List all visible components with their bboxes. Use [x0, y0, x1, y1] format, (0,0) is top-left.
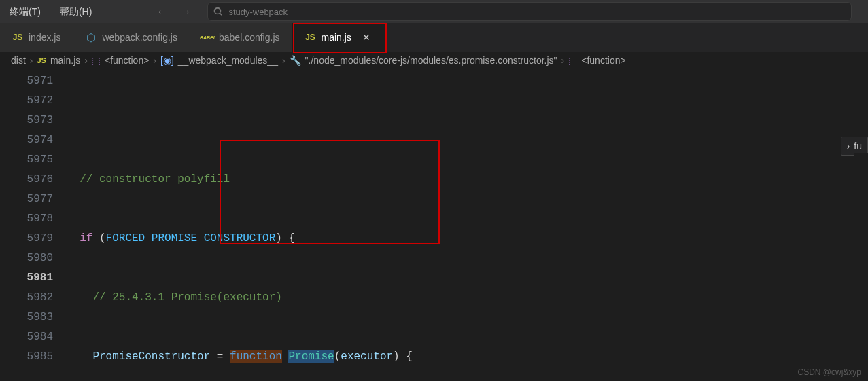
- nav-arrows: ← →: [156, 5, 191, 19]
- command-center-text: study-webpack: [228, 7, 288, 17]
- js-icon: JS: [12, 32, 23, 43]
- webpack-icon: ⬡: [86, 32, 97, 43]
- tab-main-js[interactable]: JS main.js ✕: [293, 23, 387, 52]
- chevron-right-icon: ›: [282, 55, 285, 66]
- crumb-symbol[interactable]: <function>: [581, 55, 625, 66]
- menu-terminal[interactable]: 终端(T): [0, 0, 50, 23]
- search-icon: [213, 7, 223, 16]
- menu-help[interactable]: 帮助(H): [50, 0, 101, 23]
- crumb-symbol[interactable]: "./node_modules/core-js/modules/es.promi…: [305, 55, 557, 66]
- babel-icon: BABEL: [203, 32, 213, 43]
- symbol-method-icon: 🔧: [290, 55, 301, 66]
- code-area[interactable]: // constructor polyfill if (FORCED_PROMI…: [67, 69, 868, 381]
- chevron-right-icon: ›: [561, 55, 565, 66]
- command-center[interactable]: study-webpack: [207, 2, 852, 21]
- minimap[interactable]: [854, 153, 868, 381]
- highlight-box: [293, 23, 387, 53]
- editor-tabs: JS index.js ⬡ webpack.config.js BABEL ba…: [0, 23, 868, 52]
- nav-back-icon[interactable]: ←: [156, 5, 168, 19]
- menu-help-label: 帮助: [60, 6, 79, 17]
- chevron-right-icon: ›: [84, 55, 88, 66]
- chevron-right-icon: ›: [847, 141, 850, 151]
- nav-forward-icon[interactable]: →: [179, 5, 191, 19]
- crumb-folder[interactable]: dist: [11, 55, 26, 66]
- tab-webpack-config[interactable]: ⬡ webpack.config.js: [73, 23, 190, 52]
- outline-peek-text: fu: [854, 141, 862, 151]
- watermark: CSDN @cwj&xyp: [797, 367, 861, 377]
- symbol-variable-icon: [◉]: [160, 55, 174, 66]
- tab-babel-config[interactable]: BABEL babel.config.js: [190, 23, 293, 52]
- symbol-function-icon: ⬚: [92, 55, 101, 66]
- title-bar: 终端(T) 帮助(H) ← → study-webpack: [0, 0, 868, 23]
- js-icon: JS: [37, 56, 46, 65]
- crumb-symbol[interactable]: __webpack_modules__: [178, 55, 278, 66]
- symbol-function-icon: ⬚: [568, 55, 577, 66]
- breadcrumb[interactable]: dist › JS main.js › ⬚ <function> › [◉] _…: [0, 52, 868, 69]
- editor[interactable]: 5971597259735974597559765977597859795980…: [0, 69, 868, 381]
- tab-label: webpack.config.js: [102, 32, 177, 43]
- line-gutter: 5971597259735974597559765977597859795980…: [0, 69, 67, 381]
- tab-label: index.js: [29, 32, 60, 43]
- menu-terminal-label: 终端: [10, 6, 29, 17]
- chevron-right-icon: ›: [153, 55, 156, 66]
- crumb-symbol[interactable]: <function>: [105, 55, 149, 66]
- chevron-right-icon: ›: [30, 55, 33, 66]
- crumb-file[interactable]: main.js: [50, 55, 80, 66]
- tab-index-js[interactable]: JS index.js: [0, 23, 73, 52]
- tab-label: babel.config.js: [219, 32, 280, 43]
